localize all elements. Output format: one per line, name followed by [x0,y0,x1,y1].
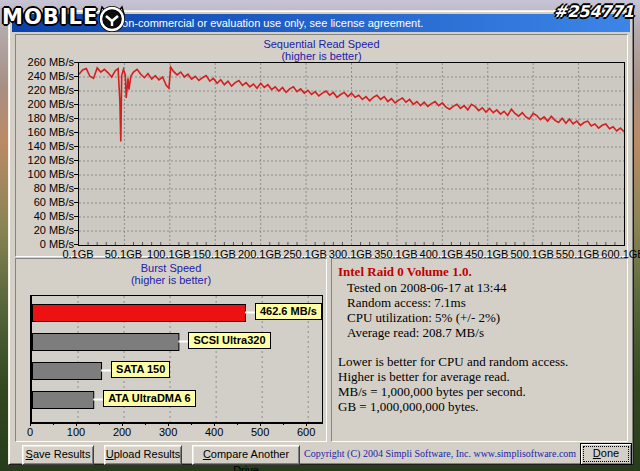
y-axis-tick [74,174,78,175]
done-button[interactable]: Done [580,443,632,465]
drive-detail-line: Average read: 208.7 MB/s [347,325,623,340]
x-axis-tick [30,423,31,426]
x-axis-tick [260,423,261,426]
burst-bar-label: SATA 150 [111,361,170,378]
read-chart-plot [78,62,625,246]
compare-another-drive-button[interactable]: Compare Another Drive [192,445,300,465]
x-axis-tick-label: 100 [61,426,91,438]
drive-detail-line: CPU utilization: 5% (+/- 2%) [347,310,623,325]
y-axis-tick-label: 220 MB/s [18,84,74,96]
read-chart-subtitle: (higher is better) [16,50,627,62]
y-axis-tick [74,90,78,91]
y-axis-tick [74,188,78,189]
x-axis-tick-label: 600 [291,426,321,438]
info-note-line: Higher is better for average read. [338,369,623,384]
y-axis-tick-label: 120 MB/s [18,154,74,166]
y-axis-tick-label: 180 MB/s [18,112,74,124]
y-axis-tick [74,62,78,63]
info-note-line: Lower is better for CPU and random acces… [338,354,623,369]
upload-results-button[interactable]: Upload Results [104,445,182,465]
read-chart-title: Sequential Read Speed [16,38,627,50]
sequential-read-panel: Sequential Read Speed (higher is better)… [15,34,628,257]
burst-bar-label: ATA UltraDMA 6 [103,390,196,407]
info-note-line: MB/s = 1,000,000 bytes per second. [338,384,623,399]
read-chart-canvas [79,63,624,245]
burst-bar-label: 462.6 MB/s [255,303,322,320]
x-axis-tick-label: 200 [107,426,137,438]
drive-info-panel: Intel Raid 0 Volume 1.0. Tested on 2008-… [331,258,628,442]
info-notes: Lower is better for CPU and random acces… [338,354,623,414]
burst-bar [33,363,102,380]
y-axis-tick-label: 80 MB/s [18,182,74,194]
done-button-label: Done [584,447,628,461]
info-note-line: GB = 1,000,000,000 bytes. [338,399,623,414]
x-axis-tick-label: 400 [199,426,229,438]
x-axis-tick [214,423,215,426]
drive-details: Tested on 2008-06-17 at 13:44Random acce… [338,280,623,340]
x-axis-tick [306,423,307,426]
y-axis-tick-label: 240 MB/s [18,70,74,82]
y-axis-tick-label: 260 MB/s [18,56,74,68]
hd-tach-window: non-commercial or evaluation use only, s… [8,10,634,465]
copyright-text: Copyright (C) 2004 Simpli Software, Inc.… [304,448,574,459]
y-axis-tick-label: 160 MB/s [18,126,74,138]
mobile01-watermark: MOBILE [2,1,128,33]
burst-speed-panel: Burst Speed (higher is better) 462.6 MB/… [15,258,327,442]
x-axis-tick [168,423,169,426]
x-axis-minor-tick [283,423,284,425]
burst-chart-title: Burst Speed [16,262,326,274]
save-results-button[interactable]: Save Results [22,445,94,465]
x-axis-minor-tick [145,423,146,425]
x-axis-minor-tick [237,423,238,425]
y-axis-tick-label: 20 MB/s [18,224,74,236]
mobile01-mascot-icon [96,1,128,33]
y-axis-tick [74,76,78,77]
y-axis-tick-label: 40 MB/s [18,210,74,222]
x-axis-minor-tick [191,423,192,425]
burst-bar [33,392,94,409]
x-axis-tick [122,423,123,426]
drive-detail-line: Tested on 2008-06-17 at 13:44 [347,280,623,295]
x-axis-tick-label: 500 [245,426,275,438]
x-axis-tick [76,423,77,426]
mobile01-logo-text: MOBILE [2,5,98,29]
drive-detail-line: Random access: 7.1ms [347,295,623,310]
y-axis-tick-label: 140 MB/s [18,140,74,152]
y-axis-tick [74,146,78,147]
burst-bar [33,305,246,322]
burst-bar-label: SCSI Ultra320 [188,332,270,349]
x-axis-tick-label: 300 [153,426,183,438]
x-axis-minor-tick [99,423,100,425]
y-axis-tick-label: 60 MB/s [18,196,74,208]
y-axis-tick [74,216,78,217]
x-axis-tick-label: 0 [15,426,45,438]
watermark-post-id: #254771 [554,2,634,21]
x-axis-minor-tick [53,423,54,425]
y-axis-tick [74,132,78,133]
y-axis-tick [74,202,78,203]
y-axis-tick [74,118,78,119]
y-axis-tick-label: 200 MB/s [18,98,74,110]
y-axis-tick [74,230,78,231]
y-axis-tick [74,244,78,245]
y-axis-tick-label: 100 MB/s [18,168,74,180]
y-axis-tick [74,160,78,161]
burst-chart-subtitle: (higher is better) [16,274,326,286]
y-axis-tick [74,104,78,105]
burst-bar [33,334,179,351]
drive-name: Intel Raid 0 Volume 1.0. [338,264,623,280]
